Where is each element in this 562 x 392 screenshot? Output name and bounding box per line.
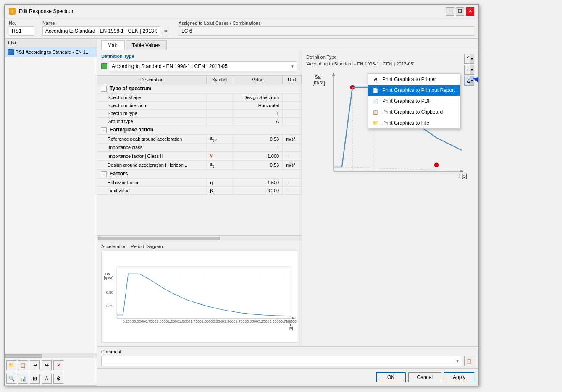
report-icon: 📄 (372, 87, 379, 94)
comment-copy-button[interactable]: 📋 (464, 356, 474, 366)
menu-item-print-pdf[interactable]: 📄 Print Graphics to PDF (368, 96, 460, 107)
ok-button[interactable]: OK (376, 372, 406, 382)
menu-item-print-clipboard[interactable]: 📋 Print Graphics to Clipboard (368, 107, 460, 118)
edit-icon[interactable]: ✏ (162, 27, 170, 35)
group-name: Earthquake action (110, 127, 153, 133)
title-buttons: – ☐ ✕ (446, 7, 474, 16)
search-button[interactable]: 🔍 (6, 374, 16, 384)
sidebar: List RS1 According to Standard - EN 1...… (5, 39, 97, 386)
svg-text:0.75: 0.75 (106, 277, 113, 281)
svg-text:2.7500: 2.7500 (236, 319, 247, 324)
assigned-value: LC 6 (179, 26, 474, 36)
settings-button[interactable]: ⚙ (53, 374, 63, 384)
no-value: RS1 (9, 26, 34, 36)
minimize-button[interactable]: – (446, 7, 454, 16)
menu-item-print-report[interactable]: 📄 Print Graphics to Printout Report (368, 85, 460, 96)
tab-table-values[interactable]: Table Values (126, 40, 167, 50)
time-control-button[interactable]: ⏱ ▼ (464, 54, 474, 64)
dialog-footer: OK Cancel Apply (97, 368, 478, 386)
chart-type-title: Definition Type (306, 55, 474, 60)
table-row: Spectrum shape Design Spectrum (97, 94, 302, 102)
scale-control-button[interactable]: ↔ ▼ (464, 65, 474, 75)
group-name: Factors (110, 171, 128, 177)
print-control-button[interactable]: 🖨 ▼ (464, 76, 474, 86)
svg-text:T [s]: T [s] (457, 173, 467, 179)
dialog-title: Edit Response Spectrum (19, 8, 75, 14)
no-label: No. (9, 21, 34, 26)
table-scroll-h[interactable] (97, 235, 302, 240)
menu-item-label: Print Graphics to Printout Report (382, 87, 455, 93)
svg-text:3.0000: 3.0000 (247, 319, 258, 324)
table-row: Behavior factor q 1.500 -- (97, 179, 302, 187)
group-row: − Earthquake action (97, 125, 302, 135)
table-row: Design ground acceleration | Horizon... … (97, 161, 302, 170)
undo-button[interactable]: ↩ (30, 360, 40, 370)
svg-text:1.7500: 1.7500 (190, 319, 202, 324)
add-button[interactable]: 📁 (6, 360, 16, 370)
main-area: Main Table Values Definition Type (97, 39, 478, 386)
group-toggle[interactable]: − (101, 86, 107, 92)
table-button[interactable]: 📊 (18, 374, 28, 384)
scroll-thumb (5, 354, 42, 358)
svg-marker-27 (292, 317, 294, 319)
apply-button[interactable]: Apply (444, 372, 474, 382)
file-icon: 📁 (372, 120, 379, 126)
definition-type-title: Definition Type (101, 54, 297, 59)
dropdown-row: According to Standard - EN 1998-1 | CEN … (101, 61, 297, 71)
svg-text:0.50: 0.50 (106, 290, 113, 295)
table-row: Reference peak ground acceleration agR 0… (97, 135, 302, 144)
sidebar-bottom: 📁 📋 ↩ ↪ ✕ (5, 358, 97, 372)
chart-panel: Definition Type 'According to Standard -… (302, 50, 478, 346)
chevron-down-icon[interactable]: ▼ (470, 65, 474, 74)
tab-main[interactable]: Main (101, 40, 125, 50)
header-row: No. RS1 Name ✏ Assigned to Load Cases / … (5, 18, 478, 39)
menu-item-label: Print Graphics to Clipboard (382, 109, 443, 115)
svg-marker-33 (460, 170, 464, 173)
menu-item-print-printer[interactable]: 🖨 Print Graphics to Printer (368, 74, 460, 85)
menu-item-label: Print Graphics to Printer (382, 76, 436, 82)
title-bar-left: ⚡ Edit Response Spectrum (9, 8, 75, 15)
table-row: Spectrum direction Horizontal (97, 102, 302, 110)
delete-button[interactable]: ✕ (53, 360, 63, 370)
chevron-down-icon: ▼ (455, 359, 460, 363)
clipboard-icon: 📋 (372, 109, 379, 115)
view-button[interactable]: ⊞ (30, 374, 40, 384)
close-button[interactable]: ✕ (466, 7, 474, 16)
cancel-button[interactable]: Cancel (408, 372, 441, 382)
sidebar-item-rs1[interactable]: RS1 According to Standard - EN 1... (5, 47, 97, 57)
comment-dropdown[interactable]: ▼ (101, 356, 462, 366)
sidebar-scroll-h[interactable] (5, 353, 97, 358)
title-bar: ⚡ Edit Response Spectrum – ☐ ✕ (5, 5, 478, 18)
table-row: Importance factor | Class II γI 1.000 -- (97, 152, 302, 161)
name-box: ✏ (42, 26, 170, 36)
svg-rect-0 (117, 266, 291, 318)
name-input[interactable] (42, 26, 160, 36)
sidebar-header: List (5, 39, 97, 47)
chevron-down-icon[interactable]: ▼ (470, 76, 474, 85)
group-toggle[interactable]: − (101, 127, 107, 133)
acceleration-period-chart: Sa [m/s²] 0.75 0.50 0.25 0.2500 0.50 (102, 251, 297, 342)
maximize-button[interactable]: ☐ (456, 7, 464, 16)
table-row: Importance class II (97, 144, 302, 152)
chevron-down-icon[interactable]: ▼ (470, 54, 474, 63)
svg-text:2.2500: 2.2500 (213, 319, 224, 324)
font-button[interactable]: A (42, 374, 52, 384)
assigned-label: Assigned to Load Cases / Combinations (179, 21, 474, 26)
svg-text:1.2500: 1.2500 (168, 319, 179, 324)
redo-button[interactable]: ↪ (42, 360, 52, 370)
group-toggle[interactable]: − (101, 171, 107, 177)
definition-type-dropdown[interactable]: According to Standard - EN 1998-1 | CEN … (109, 61, 297, 71)
print-dropdown-menu: 🖨 Print Graphics to Printer 📄 Print Grap… (368, 73, 460, 129)
data-table: Description Symbol Value Unit (97, 75, 302, 195)
menu-item-label: Print Graphics to File (382, 120, 429, 126)
name-field: Name ✏ (42, 21, 170, 36)
menu-item-print-file[interactable]: 📁 Print Graphics to File (368, 118, 460, 128)
definition-type-section: Definition Type According to Standard - … (97, 50, 302, 75)
svg-text:Sa: Sa (315, 74, 321, 80)
col-symbol: Symbol (207, 76, 233, 84)
no-field: No. RS1 (9, 21, 34, 36)
copy-button[interactable]: 📋 (18, 360, 28, 370)
pdf-icon: 📄 (372, 98, 379, 105)
diagram-chart-area: Sa [m/s²] 0.75 0.50 0.25 0.2500 0.50 (101, 251, 297, 343)
sidebar-content: RS1 According to Standard - EN 1... (5, 47, 97, 353)
